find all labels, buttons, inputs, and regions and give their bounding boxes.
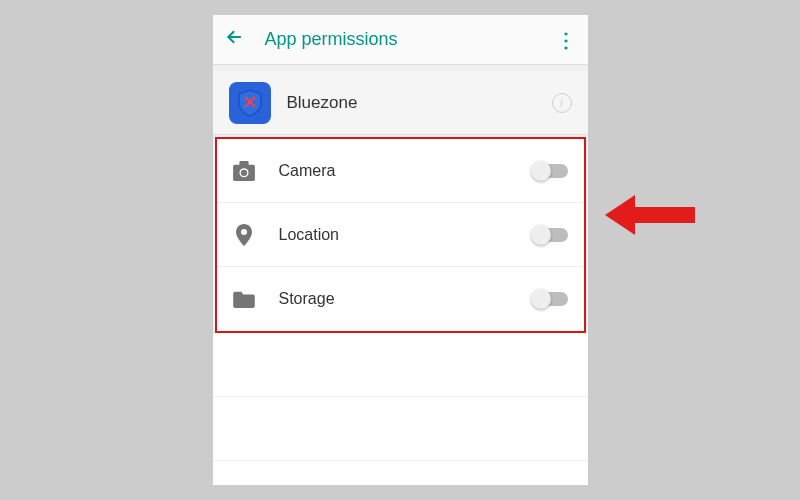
svg-rect-2 <box>239 161 248 166</box>
phone-screen: App permissions ⋮ Bluezone i <box>213 15 588 485</box>
toggle-knob <box>531 289 551 309</box>
permission-row-location: Location <box>217 203 584 267</box>
camera-toggle[interactable] <box>534 164 568 178</box>
permission-label: Storage <box>279 290 534 308</box>
permission-label: Camera <box>279 162 534 180</box>
svg-point-0 <box>248 100 252 104</box>
storage-icon <box>233 288 255 310</box>
app-bar: App permissions ⋮ <box>213 15 588 65</box>
permission-row-camera: Camera <box>217 139 584 203</box>
location-icon <box>233 224 255 246</box>
app-header-row: Bluezone i <box>213 71 588 135</box>
blank-row <box>213 461 588 485</box>
camera-icon <box>233 160 255 182</box>
svg-point-4 <box>240 169 246 175</box>
page-title: App permissions <box>255 29 556 50</box>
blank-row <box>213 333 588 397</box>
toggle-knob <box>531 225 551 245</box>
permissions-highlight-box: Camera Location Storage <box>215 137 586 333</box>
permission-label: Location <box>279 226 534 244</box>
location-toggle[interactable] <box>534 228 568 242</box>
blank-row <box>213 397 588 461</box>
app-name: Bluezone <box>287 93 552 113</box>
svg-marker-6 <box>605 195 695 235</box>
svg-point-5 <box>241 229 247 235</box>
app-icon <box>229 82 271 124</box>
permission-row-storage: Storage <box>217 267 584 331</box>
info-icon[interactable]: i <box>552 93 572 113</box>
storage-toggle[interactable] <box>534 292 568 306</box>
back-icon[interactable] <box>225 27 255 53</box>
blank-area <box>213 333 588 485</box>
toggle-knob <box>531 161 551 181</box>
overflow-menu-icon[interactable]: ⋮ <box>556 28 576 52</box>
annotation-arrow-icon <box>605 190 695 244</box>
